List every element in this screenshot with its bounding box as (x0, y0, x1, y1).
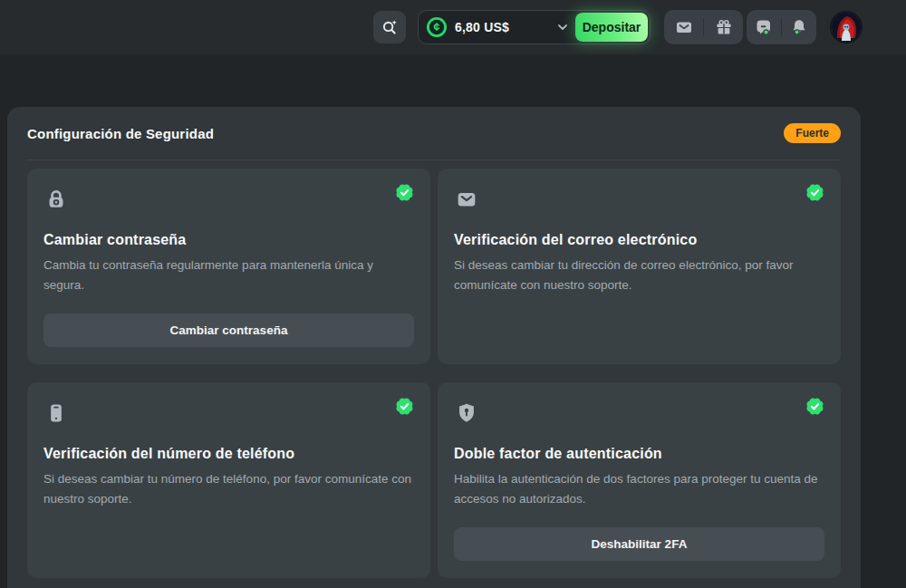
lock-icon (43, 187, 414, 216)
bell-icon[interactable] (784, 14, 814, 41)
card-title: Cambiar contraseña (43, 232, 414, 248)
disable-2fa-button[interactable]: Deshabilitar 2FA (454, 527, 824, 561)
divider (781, 18, 782, 36)
verified-check-icon (393, 395, 416, 421)
card-phone-verification: Verificación del número de teléfono Si d… (27, 382, 430, 578)
envelope-icon (454, 187, 824, 216)
divider (703, 18, 704, 36)
search-button[interactable] (373, 11, 406, 43)
card-two-factor-auth: Doble factor de autenticación Habilita l… (438, 382, 841, 578)
security-cards-grid: Cambiar contraseña Cambia tu contraseña … (27, 169, 841, 578)
wallet-balance: 6,80 US$ (455, 20, 509, 34)
card-change-password: Cambiar contraseña Cambia tu contraseña … (27, 169, 430, 364)
wallet-selector[interactable]: ¢ 6,80 US$ Depositar (418, 10, 651, 44)
verified-check-icon (804, 395, 826, 421)
verified-check-icon (804, 181, 826, 207)
card-title: Verificación del número de teléfono (43, 446, 414, 462)
card-description: Si deseas cambiar tu número de teléfono,… (43, 469, 414, 510)
change-password-button[interactable]: Cambiar contraseña (43, 313, 414, 347)
panel-header: Configuración de Seguridad Fuerte (27, 107, 841, 159)
coin-icon: ¢ (426, 16, 448, 38)
verified-check-icon (393, 181, 416, 207)
user-avatar[interactable] (830, 11, 863, 43)
shield-icon (454, 400, 824, 429)
card-title: Doble factor de autenticación (454, 446, 824, 462)
card-title: Verificación del correo electrónico (454, 232, 824, 248)
card-email-verification: Verificación del correo electrónico Si d… (438, 169, 841, 364)
search-icon (381, 18, 399, 36)
divider (27, 159, 841, 160)
deposit-button[interactable]: Depositar (575, 13, 648, 42)
card-description: Cambia tu contraseña regularmente para m… (43, 255, 414, 296)
gift-icon[interactable] (708, 14, 739, 41)
chat-bell-group (747, 10, 816, 44)
chevron-down-icon (557, 24, 568, 31)
svg-text:¢: ¢ (434, 21, 440, 34)
card-description: Si deseas cambiar tu dirección de correo… (454, 255, 824, 296)
security-settings-panel: Configuración de Seguridad Fuerte Cambia… (7, 107, 861, 588)
page-title: Configuración de Seguridad (27, 126, 214, 141)
chat-icon[interactable] (748, 14, 779, 41)
card-description: Habilita la autenticación de dos factore… (454, 469, 824, 510)
password-strength-badge: Fuerte (784, 123, 841, 143)
mail-gift-group (664, 10, 743, 44)
topbar: ¢ 6,80 US$ Depositar (0, 0, 906, 54)
envelope-icon[interactable] (669, 14, 699, 41)
phone-icon (43, 400, 414, 429)
